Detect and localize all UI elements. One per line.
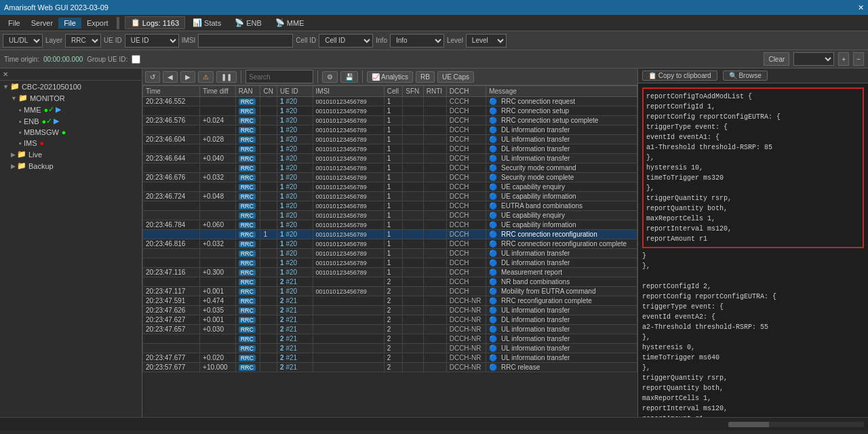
imsi-input[interactable] [198, 34, 293, 47]
sidebar-item-cbc[interactable]: ▼ 📁 CBC-2021050100 [0, 81, 142, 92]
cell-id-select[interactable]: Cell ID [319, 34, 373, 47]
table-row[interactable]: RRC 1 #20 001010123456789 1 DCCH 🔵 DL in… [143, 144, 637, 154]
message-text: UL information transfer [501, 307, 570, 314]
sidebar-item-ims[interactable]: ▪ IMS ● [0, 138, 142, 149]
table-row[interactable]: 20:23:47.627 +0.001 RRC 2 #21 2 DCCH-NR … [143, 315, 637, 325]
col-cell[interactable]: Cell [384, 86, 403, 97]
tab-logs[interactable]: 📋 Logs: 1163 [125, 16, 185, 29]
table-row[interactable]: RRC 1 #20 001010123456789 1 DCCH 🔵 DL in… [143, 258, 637, 268]
pause-btn[interactable]: ❚❚ [216, 71, 237, 83]
col-time[interactable]: Time [143, 86, 200, 97]
col-imsi[interactable]: IMSI [313, 86, 384, 97]
table-row[interactable]: 20:23:46.816 +0.032 RRC 1 #20 0010101234… [143, 239, 637, 249]
sidebar-close-icon[interactable]: ✕ [3, 71, 8, 78]
log-table-container[interactable]: Time Time diff RAN CN UE ID IMSI Cell SF… [142, 85, 637, 417]
menu-file-active[interactable]: File [58, 18, 81, 28]
tab-stats[interactable]: 📊 Stats [186, 16, 227, 29]
table-row[interactable]: RRC 1 #20 001010123456789 1 DCCH 🔵 UE ca… [143, 182, 637, 192]
table-row[interactable]: 20:23:47.626 +0.035 RRC 2 #21 2 DCCH-NR … [143, 306, 637, 315]
table-row[interactable]: 20:23:57.677 +10.000 RRC 2 #21 2 DCCH-NR… [143, 363, 637, 372]
cell-ran: RRC [235, 211, 260, 220]
table-row[interactable]: 20:23:46.552 RRC 1 #20 001010123456789 1… [143, 97, 637, 106]
cell-ueid: 1 #20 [277, 249, 313, 258]
col-ueid[interactable]: UE ID [277, 86, 313, 97]
table-row[interactable]: RRC 1 #20 001010123456789 1 DCCH 🔵 UL in… [143, 249, 637, 258]
table-row[interactable]: 20:23:46.676 +0.032 RRC 1 #20 0010101234… [143, 173, 637, 182]
ul-dl-select[interactable]: UL/DLULDL [3, 34, 43, 47]
cell-time [143, 230, 200, 239]
save-btn[interactable]: 💾 [340, 71, 358, 83]
tab-enb[interactable]: 📡 ENB [229, 16, 268, 29]
col-dcch[interactable]: DCCH [446, 86, 486, 97]
next-btn[interactable]: ▶ [180, 71, 195, 83]
table-row[interactable]: RRC 1 #20 001010123456789 1 DCCH 🔵 EUTRA… [143, 201, 637, 211]
prev-btn[interactable]: ◀ [163, 71, 178, 83]
table-row[interactable]: RRC 2 #21 2 DCCH-NR 🔵 UL information tra… [143, 334, 637, 344]
tab-mme[interactable]: 📡 MME [269, 16, 311, 29]
ue-id-num: 2 [280, 326, 284, 333]
filter-toolbar: UL/DLULDL Layer RRCMACPHY UE ID UE ID IM… [0, 31, 868, 50]
table-row[interactable]: RRC 1 #20 001010123456789 1 DCCH 🔵 DL in… [143, 125, 637, 135]
enb-play-icon[interactable]: ▶ [54, 117, 59, 125]
table-row[interactable]: RRC 2 #21 2 DCCH-NR 🔵 UL information tra… [143, 344, 637, 353]
info-select[interactable]: Info [390, 34, 444, 47]
analytics-btn[interactable]: 📈 Analytics [367, 71, 413, 83]
refresh-btn[interactable]: ↺ [145, 71, 160, 83]
cell-message: 🔵 DL information transfer [486, 125, 637, 135]
sidebar-item-monitor[interactable]: ▼ 📁 MONITOR [0, 92, 142, 104]
col-rnti[interactable]: RNTI [423, 86, 446, 97]
menu-file[interactable]: File [3, 18, 26, 28]
sidebar-item-mme[interactable]: ▪ MME ● ✓ ▶ [0, 104, 142, 115]
cell-diff: +0.300 [200, 268, 236, 277]
mme-play-icon[interactable]: ▶ [56, 105, 61, 114]
filter-select-extra[interactable] [793, 52, 834, 66]
sidebar-item-mbmsgw[interactable]: ▪ MBMSGW ● [0, 127, 142, 138]
sidebar-item-live[interactable]: ▶ 📁 Live [0, 149, 142, 160]
col-sfn[interactable]: SFN [403, 86, 423, 97]
rb-btn[interactable]: RB [416, 71, 435, 83]
table-row[interactable]: 20:23:47.116 +0.300 RRC 1 #20 0010101234… [143, 268, 637, 277]
layer-select[interactable]: RRCMACPHY [65, 34, 101, 47]
col-cn[interactable]: CN [260, 86, 277, 97]
cell-sfn [403, 334, 423, 344]
table-row[interactable]: 20:23:46.784 +0.060 RRC 1 #20 0010101234… [143, 220, 637, 230]
expand-arrow-monitor: ▼ [11, 95, 17, 102]
table-row[interactable]: RRC 1 #20 001010123456789 1 DCCH 🔵 Secur… [143, 163, 637, 173]
copy-clipboard-btn[interactable]: 📋 Copy to clipboard [642, 71, 717, 81]
table-row[interactable]: 20:23:47.117 +0.001 RRC 1 #20 0010101234… [143, 287, 637, 296]
close-icon[interactable]: ✕ [858, 3, 864, 12]
remove-filter-btn[interactable]: − [853, 52, 864, 66]
table-row[interactable]: 20:23:46.576 +0.024 RRC 1 #20 0010101234… [143, 116, 637, 125]
sidebar-item-enb[interactable]: ▪ ENB ● ✓ ▶ [0, 115, 142, 127]
menu-export[interactable]: Export [81, 18, 114, 28]
table-row[interactable]: 20:23:47.591 +0.474 RRC 2 #21 2 DCCH-NR … [143, 296, 637, 306]
warn-btn[interactable]: ⚠ [198, 71, 214, 83]
cell-cn [260, 97, 277, 106]
table-row[interactable]: 20:23:46.604 +0.028 RRC 1 #20 0010101234… [143, 135, 637, 144]
table-row[interactable]: RRC 1 #20 001010123456789 1 DCCH 🔵 UE ca… [143, 211, 637, 220]
menu-server[interactable]: Server [26, 18, 58, 28]
table-row[interactable]: RRC 2 #21 2 DCCH 🔵 NR band combinations [143, 277, 637, 287]
table-row[interactable]: 20:23:47.657 +0.030 RRC 2 #21 2 DCCH-NR … [143, 325, 637, 334]
group-ue-id-checkbox[interactable] [132, 55, 140, 64]
clear-button[interactable]: Clear [764, 52, 789, 66]
code-line: }, [646, 153, 860, 163]
col-ran[interactable]: RAN [235, 86, 260, 97]
add-filter-btn[interactable]: + [838, 52, 849, 66]
cell-rnti [423, 163, 446, 173]
col-message[interactable]: Message [486, 86, 637, 97]
table-row[interactable]: 20:23:46.644 +0.040 RRC 1 #20 0010101234… [143, 154, 637, 163]
col-timediff[interactable]: Time diff [200, 86, 236, 97]
table-row[interactable]: 20:23:46.724 +0.048 RRC 1 #20 0010101234… [143, 192, 637, 201]
table-row[interactable]: RRC 1 1 #20 001010123456789 1 DCCH 🔵 RRC… [143, 230, 637, 239]
ue-id-select[interactable]: UE ID [125, 34, 179, 47]
ue-caps-btn[interactable]: UE Caps [437, 71, 474, 83]
table-row[interactable]: RRC 1 #20 001010123456789 1 DCCH 🔵 RRC c… [143, 106, 637, 116]
search-input[interactable] [245, 70, 313, 83]
browse-btn[interactable]: 🔍 Browse [723, 71, 768, 81]
cell-sfn [403, 211, 423, 220]
table-row[interactable]: 20:23:47.677 +0.020 RRC 2 #21 2 DCCH-NR … [143, 353, 637, 363]
sidebar-item-backup[interactable]: ▶ 📁 Backup [0, 160, 142, 172]
level-select[interactable]: Level [466, 34, 507, 47]
filter-icon-btn[interactable]: ⚙ [322, 71, 338, 83]
